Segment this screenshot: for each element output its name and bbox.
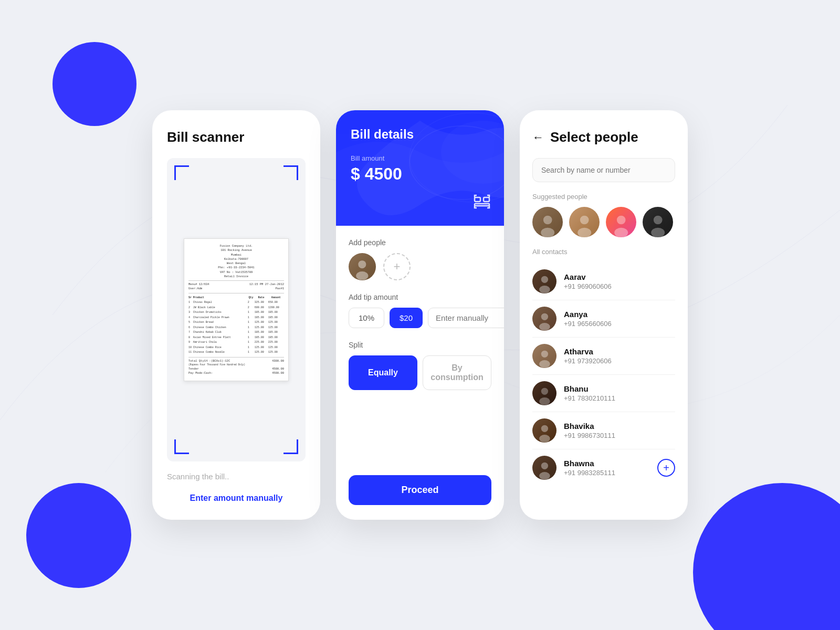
- add-contact-button[interactable]: +: [657, 459, 675, 477]
- contact-item-bhanu[interactable]: Bhanu +91 7830210111: [532, 375, 675, 412]
- contact-info-aarav: Aarav +91 969060606: [564, 272, 675, 290]
- bg-circle-top-left: [52, 42, 136, 126]
- bill-scan-icon[interactable]: [472, 192, 491, 211]
- proceed-button[interactable]: Proceed: [349, 475, 491, 505]
- scanning-text: Scanning the bill..: [167, 472, 229, 481]
- scan-corner-br: [284, 439, 298, 454]
- contact-phone-bhavika: +91 9986730111: [564, 432, 675, 439]
- split-label: Split: [349, 341, 491, 349]
- svg-point-26: [541, 463, 548, 469]
- bg-circle-bottom-left: [26, 483, 131, 588]
- svg-point-23: [539, 397, 550, 405]
- select-people-title: Select people: [550, 129, 638, 145]
- svg-point-7: [356, 271, 368, 280]
- contact-item-aanya[interactable]: Aanya +91 965660606: [532, 300, 675, 338]
- contact-name-aarav: Aarav: [564, 272, 675, 281]
- contact-phone-aanya: +91 965660606: [564, 320, 675, 328]
- scanner-viewport: Fusion Company Ltd. 101 Rocking Avenue M…: [167, 158, 306, 461]
- contact-phone-bhanu: +91 7830210111: [564, 394, 675, 402]
- receipt-content: Fusion Company Ltd. 101 Rocking Avenue M…: [184, 238, 289, 381]
- contact-name-bhavika: Bhavika: [564, 422, 675, 430]
- contact-phone-aarav: +91 969060606: [564, 282, 675, 290]
- contact-phone-atharva: +91 973920606: [564, 357, 675, 365]
- bill-amount-value: $ 4500: [351, 164, 489, 184]
- tip-20-button[interactable]: $20: [390, 308, 423, 328]
- contact-item-bhavika[interactable]: Bhavika +91 9986730111: [532, 412, 675, 449]
- contact-name-bhanu: Bhanu: [564, 384, 675, 393]
- tip-manual-input[interactable]: [428, 308, 504, 328]
- suggested-avatar-4[interactable]: [643, 207, 673, 237]
- tip-10-button[interactable]: 10%: [349, 308, 384, 328]
- svg-point-10: [580, 215, 589, 224]
- bill-details-title: Bill details: [351, 127, 489, 142]
- split-options-row: Equally By consumption: [349, 355, 491, 390]
- scan-corner-bl: [174, 439, 189, 454]
- contact-avatar-bhawna: [532, 456, 556, 480]
- svg-point-22: [541, 388, 548, 395]
- svg-point-18: [541, 313, 548, 320]
- enter-amount-manually-button[interactable]: Enter amount manually: [167, 489, 306, 505]
- scan-corner-tl: [174, 165, 189, 180]
- contact-avatar-atharva: [532, 344, 556, 368]
- svg-point-27: [539, 472, 550, 480]
- bill-amount-label: Bill amount: [351, 154, 489, 162]
- svg-point-6: [359, 261, 366, 269]
- scanner-title: Bill scanner: [167, 129, 244, 145]
- svg-point-17: [539, 286, 550, 293]
- add-person-button[interactable]: +: [383, 253, 411, 280]
- suggested-people-label: Suggested people: [532, 193, 675, 201]
- svg-point-8: [543, 215, 552, 224]
- all-contacts-label: All contacts: [532, 248, 675, 256]
- svg-point-16: [541, 276, 548, 283]
- split-equally-button[interactable]: Equally: [349, 355, 417, 390]
- contact-name-bhawna: Bhawna: [564, 459, 650, 468]
- person-avatar-1[interactable]: [349, 253, 376, 280]
- contact-info-bhawna: Bhawna +91 9983285111: [564, 459, 650, 477]
- suggested-avatar-3[interactable]: [606, 207, 636, 237]
- contact-avatar-bhanu: [532, 381, 556, 405]
- svg-rect-5: [475, 204, 489, 206]
- svg-point-14: [654, 215, 663, 224]
- contact-item-bhawna[interactable]: Bhawna +91 9983285111 +: [532, 449, 675, 486]
- svg-point-21: [539, 360, 550, 368]
- contact-name-aanya: Aanya: [564, 310, 675, 319]
- suggested-avatar-1[interactable]: [532, 207, 563, 237]
- svg-point-19: [539, 323, 550, 331]
- suggested-avatar-2[interactable]: [569, 207, 600, 237]
- split-consumption-button[interactable]: By consumption: [423, 355, 491, 390]
- svg-rect-3: [475, 197, 480, 202]
- add-tip-section: Add tip amount 10% $20: [349, 293, 491, 328]
- back-button[interactable]: ←: [532, 132, 544, 143]
- split-section: Split Equally By consumption: [349, 341, 491, 390]
- svg-point-24: [541, 425, 548, 432]
- bill-header: Bill details Bill amount $ 4500: [336, 110, 504, 226]
- svg-point-15: [651, 227, 665, 237]
- svg-point-12: [617, 215, 626, 224]
- contact-info-bhanu: Bhanu +91 7830210111: [564, 384, 675, 402]
- suggested-people-row: [532, 207, 675, 237]
- tip-options-row: 10% $20: [349, 308, 491, 328]
- contact-info-bhavika: Bhavika +91 9986730111: [564, 422, 675, 439]
- svg-point-25: [539, 435, 550, 443]
- scan-corner-tr: [284, 165, 298, 180]
- select-people-card: ← Select people Suggested people: [520, 110, 688, 520]
- contact-info-aanya: Aanya +91 965660606: [564, 310, 675, 328]
- bill-scanner-card: Bill scanner Fusion Company Ltd. 101 Roc…: [152, 110, 320, 520]
- add-people-label: Add people: [349, 238, 491, 247]
- contact-item-atharva[interactable]: Atharva +91 973920606: [532, 338, 675, 375]
- contact-list: Aarav +91 969060606 Aanya +91 965660606: [532, 263, 675, 507]
- bill-details-card: Bill details Bill amount $ 4500 Add peop…: [336, 110, 504, 520]
- contact-avatar-aanya: [532, 307, 556, 331]
- svg-point-11: [578, 227, 591, 237]
- bg-circle-bottom-right: [693, 483, 840, 630]
- add-people-section: Add people +: [349, 238, 491, 280]
- svg-point-9: [541, 227, 554, 237]
- contact-phone-bhawna: +91 9983285111: [564, 469, 650, 477]
- svg-point-20: [541, 351, 548, 358]
- contact-avatar-bhavika: [532, 418, 556, 443]
- search-input[interactable]: [532, 158, 675, 182]
- svg-point-13: [614, 227, 628, 237]
- contact-item-aarav[interactable]: Aarav +91 969060606: [532, 263, 675, 300]
- svg-rect-4: [484, 197, 489, 202]
- bill-body: Add people + Add tip amount 10% $20: [336, 226, 504, 475]
